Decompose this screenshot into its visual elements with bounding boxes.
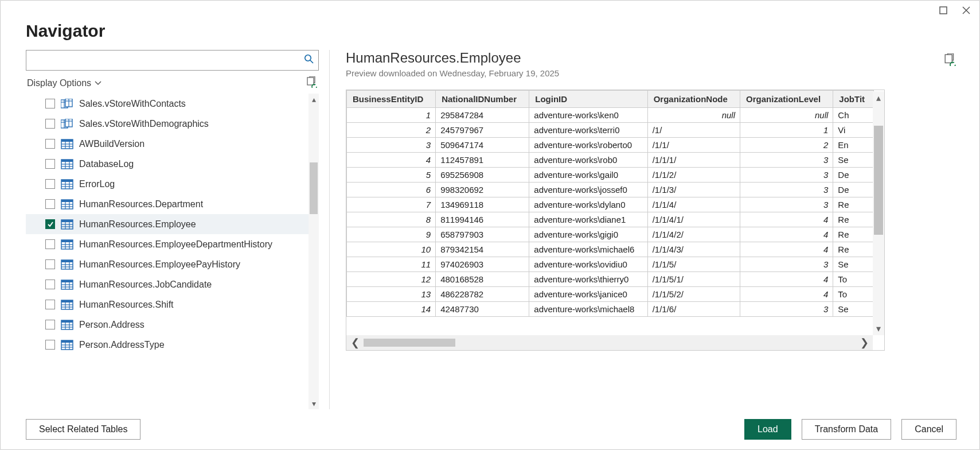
cell-national-id: 486228782 (436, 287, 529, 302)
maximize-button[interactable] (938, 5, 948, 15)
checkbox[interactable] (45, 219, 55, 229)
column-header[interactable]: JobTit (833, 91, 874, 108)
tree-item[interactable]: HumanResources.Employee (26, 214, 309, 234)
checkbox[interactable] (45, 340, 55, 350)
cell-national-id: 811994146 (436, 212, 529, 227)
scroll-thumb[interactable] (874, 126, 883, 235)
checkbox[interactable] (45, 199, 55, 209)
cell-org-level: 3 (740, 302, 833, 317)
scroll-up-icon[interactable]: ▴ (309, 94, 319, 105)
table-row[interactable]: 6998320692adventure-works\jossef0/1/1/3/… (347, 183, 874, 197)
checkbox[interactable] (45, 139, 55, 149)
table-row[interactable]: 4112457891adventure-works\rob0/1/1/1/3Se (347, 153, 874, 168)
scroll-right-icon[interactable]: ❯ (856, 336, 873, 349)
refresh-tree-icon[interactable] (306, 76, 318, 90)
column-header[interactable]: BusinessEntityID (347, 91, 436, 108)
svg-line-4 (310, 60, 313, 63)
scroll-thumb[interactable] (310, 162, 318, 214)
table-row[interactable]: 7134969118adventure-works\dylan0/1/1/4/3… (347, 197, 874, 212)
tree[interactable]: Sales.vStoreWithContactsSales.vStoreWith… (26, 94, 309, 409)
scroll-thumb[interactable] (364, 339, 455, 347)
svg-rect-31 (61, 180, 73, 182)
cancel-button[interactable]: Cancel (901, 419, 956, 440)
select-related-tables-button[interactable]: Select Related Tables (26, 419, 140, 440)
load-button[interactable]: Load (744, 419, 791, 440)
tree-item[interactable]: Person.AddressType (26, 335, 309, 355)
column-header[interactable]: OrganizationLevel (740, 91, 833, 108)
tree-item[interactable]: HumanResources.Department (26, 194, 309, 214)
checkbox[interactable] (45, 119, 55, 129)
grid-horizontal-scrollbar[interactable]: ❮ ❯ (346, 335, 873, 350)
checkbox[interactable] (45, 320, 55, 329)
table-row[interactable]: 9658797903adventure-works\gigi0/1/1/4/2/… (347, 227, 874, 242)
table-row[interactable]: 10879342154adventure-works\michael6/1/1/… (347, 242, 874, 257)
left-pane: Display Options Sales.vStoreWithContacts… (26, 50, 330, 409)
svg-rect-19 (61, 139, 73, 142)
table-row[interactable]: 5695256908adventure-works\gail0/1/1/2/3D… (347, 168, 874, 183)
checkbox[interactable] (45, 280, 55, 289)
checkbox[interactable] (45, 99, 55, 108)
checkbox[interactable] (45, 259, 55, 269)
transform-data-button[interactable]: Transform Data (802, 419, 892, 440)
scroll-down-icon[interactable]: ▾ (309, 398, 319, 409)
tree-item[interactable]: Sales.vStoreWithContacts (26, 94, 309, 114)
column-header[interactable]: NationalIDNumber (436, 91, 529, 108)
table-icon (61, 179, 73, 189)
table-row[interactable]: 12480168528adventure-works\thierry0/1/1/… (347, 272, 874, 287)
cell-org-level: 1 (740, 123, 833, 138)
table-row[interactable]: 3509647174adventure-works\roberto0/1/1/2… (347, 138, 874, 153)
table-row[interactable]: 11974026903adventure-works\ovidiu0/1/1/5… (347, 257, 874, 272)
tree-item[interactable]: Person.Address (26, 315, 309, 335)
search-icon[interactable] (304, 54, 314, 67)
scroll-up-icon[interactable]: ▴ (873, 92, 884, 103)
checkbox[interactable] (45, 159, 55, 169)
checkbox[interactable] (45, 179, 55, 189)
cell-login: adventure-works\jossef0 (529, 183, 647, 197)
search-input[interactable] (26, 50, 319, 71)
cell-login: adventure-works\thierry0 (529, 272, 647, 287)
cell-job-title: Ch (833, 108, 874, 123)
tree-item-label: Sales.vStoreWithDemographics (79, 119, 209, 129)
table-row[interactable]: 8811994146adventure-works\diane1/1/1/4/1… (347, 212, 874, 227)
table-icon (61, 280, 73, 290)
scroll-down-icon[interactable]: ▾ (873, 323, 884, 334)
table-row[interactable]: 1442487730adventure-works\michael8/1/1/6… (347, 302, 874, 317)
cell-id: 9 (347, 227, 436, 242)
tree-item[interactable]: AWBuildVersion (26, 134, 309, 154)
scroll-left-icon[interactable]: ❮ (346, 336, 364, 349)
tree-item[interactable]: Sales.vStoreWithDemographics (26, 114, 309, 134)
tree-item[interactable]: HumanResources.EmployeePayHistory (26, 254, 309, 274)
checkbox[interactable] (45, 300, 55, 309)
refresh-preview-icon[interactable] (944, 53, 956, 68)
table-row[interactable]: 2245797967adventure-works\terri0/1/1Vi (347, 123, 874, 138)
table-icon (61, 139, 73, 149)
tree-scrollbar[interactable]: ▴ ▾ (309, 94, 319, 409)
tree-item[interactable]: HumanResources.JobCandidate (26, 274, 309, 294)
cell-national-id: 695256908 (436, 168, 529, 183)
cell-org-level: 2 (740, 138, 833, 153)
tree-item[interactable]: HumanResources.Shift (26, 294, 309, 315)
cell-id: 6 (347, 183, 436, 197)
tree-item[interactable]: ErrorLog (26, 174, 309, 194)
tree-item-label: HumanResources.JobCandidate (79, 280, 212, 290)
svg-rect-49 (61, 240, 73, 242)
tree-item-label: HumanResources.Department (79, 199, 203, 210)
tree-item[interactable]: DatabaseLog (26, 154, 309, 174)
cell-job-title: To (833, 272, 874, 287)
view-icon (61, 119, 73, 129)
tree-item[interactable]: HumanResources.EmployeeDepartmentHistory (26, 234, 309, 254)
column-header[interactable]: OrganizationNode (647, 91, 740, 108)
preview-grid[interactable]: BusinessEntityIDNationalIDNumberLoginIDO… (346, 90, 874, 336)
column-header[interactable]: LoginID (529, 91, 647, 108)
display-options-dropdown[interactable]: Display Options (27, 78, 101, 88)
scroll-track[interactable] (364, 338, 856, 348)
table-row[interactable]: 1295847284adventure-works\ken0nullnullCh (347, 108, 874, 123)
grid-vertical-scrollbar[interactable]: ▴ ▾ (873, 91, 884, 335)
cell-id: 13 (347, 287, 436, 302)
close-button[interactable] (961, 5, 971, 15)
cell-job-title: To (833, 287, 874, 302)
checkbox[interactable] (45, 239, 55, 249)
cell-job-title: En (833, 138, 874, 153)
cell-login: adventure-works\ken0 (529, 108, 647, 123)
table-row[interactable]: 13486228782adventure-works\janice0/1/1/5… (347, 287, 874, 302)
